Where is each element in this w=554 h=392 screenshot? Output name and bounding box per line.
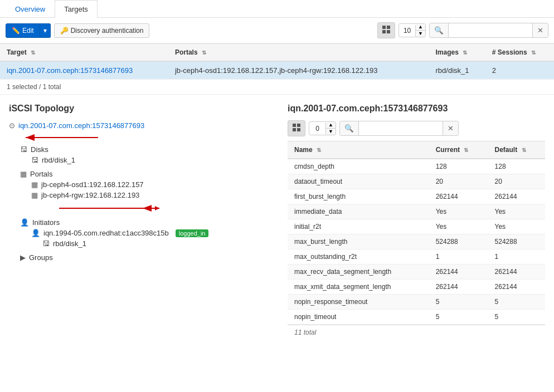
sort-icon-sessions: ⇅	[531, 50, 536, 56]
search-box: 🔍 ✕	[429, 23, 548, 38]
tree-children-initiator1: 🖫 rbd/disk_1	[31, 238, 288, 249]
per-page-value: 10	[399, 25, 416, 36]
cell-setting-default: Yes	[488, 219, 545, 234]
panel-toolbar: 0 ▲ ▼ 🔍 ✕	[288, 120, 545, 136]
cell-setting-default: 20	[488, 174, 545, 189]
svg-rect-10	[293, 124, 296, 127]
per-page-up[interactable]: ▲	[416, 24, 425, 31]
tree-item-disks[interactable]: 🖫 Disks	[20, 144, 288, 155]
search-input[interactable]	[449, 24, 532, 37]
cell-setting-name: cmdsn_depth	[288, 159, 429, 174]
search-button[interactable]: 🔍	[430, 23, 449, 37]
portal1-icon: ▦	[31, 180, 38, 189]
table-row[interactable]: iqn.2001-07.com.ceph:1573146877693 jb-ce…	[0, 61, 554, 80]
cell-setting-current: 524288	[429, 234, 488, 249]
topology-tree: ⊙ iqn.2001-07.com.ceph:1573146877693	[9, 120, 288, 263]
per-page-down[interactable]: ▼	[416, 31, 425, 37]
tree-item-target[interactable]: ⊙ iqn.2001-07.com.ceph:1573146877693	[9, 120, 288, 131]
tree-item-groups[interactable]: ▶ Groups	[20, 252, 288, 263]
svg-rect-3	[387, 30, 390, 33]
tree-node-portal1: ▦ jb-ceph4-osd1:192.168.122.157	[31, 179, 288, 190]
arrow-left-container	[20, 132, 288, 143]
sort-icon-name: ⇅	[317, 147, 321, 153]
cell-setting-default: 128	[488, 159, 545, 174]
settings-row[interactable]: nopin_timeout 5 5	[288, 310, 545, 325]
arrow-left-svg	[20, 132, 109, 143]
cell-setting-default: 262144	[488, 189, 545, 204]
settings-row[interactable]: cmdsn_depth 128 128	[288, 159, 545, 174]
tree-children-target: 🖫 Disks 🖫 rbd/disk_1	[9, 144, 288, 263]
tree-children-portals: ▦ jb-ceph4-osd1:192.168.122.157 ▦ jb-cep…	[20, 179, 288, 200]
settings-row[interactable]: first_burst_length 262144 262144	[288, 189, 545, 204]
tree-item-disk1[interactable]: 🖫 rbd/disk_1	[31, 155, 288, 165]
panel-per-page-control: 0 ▲ ▼	[309, 121, 336, 135]
tree-item-initiators[interactable]: 👤 Initiators	[20, 217, 288, 228]
svg-rect-1	[387, 26, 390, 29]
cell-setting-current: 5	[429, 295, 488, 310]
search-clear-button[interactable]: ✕	[532, 23, 548, 37]
settings-row[interactable]: max_recv_data_segment_length 262144 2621…	[288, 264, 545, 280]
settings-row[interactable]: dataout_timeout 20 20	[288, 174, 545, 189]
total-row: 11 total	[288, 325, 545, 340]
edit-button[interactable]: ✏️ Edit	[6, 23, 40, 38]
tree-item-portals[interactable]: ▦ Portals	[20, 169, 288, 179]
cell-setting-default: Yes	[488, 204, 545, 219]
selected-info: 1 selected / 1 total	[0, 80, 554, 95]
cell-setting-default: 262144	[488, 264, 545, 280]
initiators-icon: 👤	[20, 218, 29, 227]
tree-item-portal2[interactable]: ▦ jb-ceph4-rgw:192.168.122.193	[31, 190, 288, 200]
cell-sessions: 2	[485, 61, 554, 80]
cell-setting-name: max_outstanding_r2t	[288, 249, 429, 264]
col-header-images: Images ⇅	[429, 44, 485, 62]
settings-row[interactable]: initial_r2t Yes Yes	[288, 219, 545, 234]
main-content: iSCSI Topology ⊙ iqn.2001-07.com.ceph:15…	[0, 95, 554, 349]
tree-item-initiator1[interactable]: 👤 iqn.1994-05.com.redhat:c1acc398c15b lo…	[31, 228, 288, 238]
panel-grid-view-button[interactable]	[288, 120, 305, 136]
edit-dropdown-button[interactable]: ▾	[40, 23, 51, 38]
settings-row[interactable]: max_burst_length 524288 524288	[288, 234, 545, 249]
settings-row[interactable]: max_xmit_data_segment_length 262144 2621…	[288, 280, 545, 295]
svg-rect-11	[297, 124, 300, 127]
tree-portal2-label: jb-ceph4-rgw:192.168.122.193	[41, 191, 139, 199]
tree-item-portal1[interactable]: ▦ jb-ceph4-osd1:192.168.122.157	[31, 179, 288, 190]
col-header-portals: Portals ⇅	[168, 44, 429, 62]
grid-icon	[382, 26, 390, 35]
panel-search-button[interactable]: 🔍	[340, 121, 359, 135]
settings-row[interactable]: max_outstanding_r2t 1 1	[288, 249, 545, 264]
settings-row[interactable]: immediate_data Yes Yes	[288, 204, 545, 219]
tree-children-disks: 🖫 rbd/disk_1	[20, 155, 288, 165]
tree-node-groups: ▶ Groups	[20, 252, 288, 263]
tree-disk1-label: rbd/disk_1	[42, 156, 75, 164]
arrow-right-svg	[54, 203, 165, 214]
discovery-auth-button[interactable]: 🔑 Discovery authentication	[54, 23, 150, 38]
cell-setting-name: max_xmit_data_segment_length	[288, 280, 429, 295]
tree-portal1-label: jb-ceph4-osd1:192.168.122.157	[41, 180, 144, 189]
sort-icon-default: ⇅	[522, 147, 526, 153]
panel-search-clear-button[interactable]: ✕	[443, 121, 458, 135]
cell-setting-current: 262144	[429, 280, 488, 295]
portal2-icon: ▦	[31, 191, 38, 199]
tab-targets[interactable]: Targets	[55, 0, 98, 18]
cell-setting-name: nopin_timeout	[288, 310, 429, 325]
settings-row[interactable]: nopin_response_timeout 5 5	[288, 295, 545, 310]
cell-setting-current: 262144	[429, 189, 488, 204]
cell-target: iqn.2001-07.com.ceph:1573146877693	[0, 61, 168, 80]
panel-per-page-down[interactable]: ▼	[326, 129, 336, 135]
tree-item-initiator-disk[interactable]: 🖫 rbd/disk_1	[42, 238, 288, 249]
settings-header-row: Name ⇅ Current ⇅ Default ⇅	[288, 141, 545, 159]
target-icon: ⊙	[9, 121, 15, 130]
cell-setting-current: Yes	[429, 219, 488, 234]
edit-button-group: ✏️ Edit ▾	[6, 23, 51, 38]
cell-setting-current: 5	[429, 310, 488, 325]
panel-per-page-up[interactable]: ▲	[326, 122, 336, 129]
tab-overview[interactable]: Overview	[6, 0, 55, 18]
cell-setting-default: 5	[488, 295, 545, 310]
topology-title: iSCSI Topology	[9, 104, 288, 114]
grid-view-button[interactable]	[377, 22, 395, 38]
topology-panel: iSCSI Topology ⊙ iqn.2001-07.com.ceph:15…	[9, 104, 288, 340]
col-header-default: Default ⇅	[488, 141, 545, 159]
cell-setting-default: 5	[488, 310, 545, 325]
per-page-arrows: ▲ ▼	[416, 24, 425, 37]
table-header-row: Target ⇅ Portals ⇅ Images ⇅ # Sessions ⇅	[0, 44, 554, 62]
panel-search-input[interactable]	[359, 122, 443, 135]
